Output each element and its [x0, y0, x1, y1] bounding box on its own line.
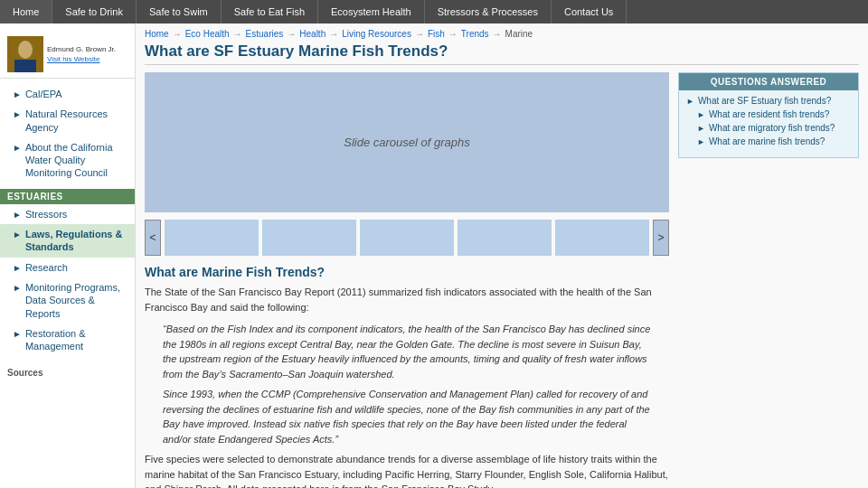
nav-safe-to-drink[interactable]: Safe to Drink [52, 0, 137, 23]
arrow-icon: ► [13, 142, 22, 154]
right-panel: QUESTIONS ANSWERED ► What are SF Estuary… [678, 72, 859, 488]
sidebar-item-research[interactable]: ► Research [0, 258, 135, 277]
breadcrumb: Home → Eco Health → Estuaries → Health →… [145, 29, 859, 39]
qa-item-marine[interactable]: ► What are marine fish trends? [697, 136, 851, 146]
sidebar-item-laws-regulations[interactable]: ► Laws, Regulations & Standards [0, 224, 135, 258]
nav-ecosystem-health[interactable]: Ecosystem Health [318, 0, 425, 23]
governor-photo [7, 36, 43, 72]
qa-item-migratory[interactable]: ► What are migratory fish trends? [697, 123, 851, 133]
qa-item-fish-trends[interactable]: ► What are SF Estuary fish trends? [686, 96, 851, 106]
arrow-icon: ► [13, 229, 22, 240]
thumbnail-3[interactable] [360, 220, 454, 256]
thumbnail-2[interactable] [262, 220, 356, 256]
thumbnail-1[interactable] [165, 220, 259, 256]
qa-sub-label: What are migratory fish trends? [709, 123, 835, 133]
arrow-icon: ► [13, 89, 22, 100]
qa-sub-label: What are resident fish trends? [709, 109, 829, 119]
breadcrumb-estuaries[interactable]: Estuaries [246, 29, 284, 39]
visit-website-link[interactable]: Visit his Website [47, 55, 116, 63]
nav-contact-us[interactable]: Contact Us [552, 0, 627, 23]
svg-rect-2 [14, 60, 36, 72]
nav-home[interactable]: Home [0, 0, 52, 23]
sidebar-logo: Edmund G. Brown Jr. Visit his Website [0, 31, 135, 79]
sep: → [329, 29, 338, 39]
arrow-icon: ► [13, 262, 22, 274]
arrow-icon: ► [13, 108, 22, 120]
section-title: What are Marine Fish Trends? [145, 265, 669, 279]
nav-safe-to-swim[interactable]: Safe to Swim [137, 0, 222, 23]
breadcrumb-trends[interactable]: Trends [461, 29, 489, 39]
breadcrumb-health[interactable]: Health [299, 29, 326, 39]
breadcrumb-fish[interactable]: Fish [428, 29, 445, 39]
slide-carousel[interactable]: Slide carousel of graphs [145, 72, 669, 212]
breadcrumb-home[interactable]: Home [145, 29, 169, 39]
sidebar-item-calepa[interactable]: ► Cal/EPA [0, 84, 135, 104]
arrow-icon: ► [697, 137, 705, 146]
carousel-prev-button[interactable]: < [145, 220, 161, 256]
arrow-icon: ► [13, 282, 22, 294]
sidebar: Edmund G. Brown Jr. Visit his Website ► … [0, 23, 136, 488]
carousel-next-button[interactable]: > [653, 220, 669, 256]
sidebar-item-stressors[interactable]: ► Stressors [0, 204, 135, 224]
breadcrumb-living-resources[interactable]: Living Resources [342, 29, 411, 39]
sources-label: Sources [7, 368, 127, 378]
arrow-icon: ► [686, 97, 694, 106]
arrow-icon: ► [697, 124, 705, 133]
breadcrumb-marine: Marine [505, 29, 533, 39]
qa-box: QUESTIONS ANSWERED ► What are SF Estuary… [678, 72, 859, 158]
arrow-icon: ► [697, 110, 705, 119]
sidebar-item-natural-resources[interactable]: ► Natural Resources Agency [0, 104, 135, 137]
footer-text: Five species were selected to demonstrat… [145, 452, 669, 488]
sidebar-item-monitoring[interactable]: ► Monitoring Programs, Data Sources & Re… [0, 277, 135, 324]
arrow-icon: ► [13, 328, 22, 340]
sep: → [493, 29, 502, 39]
breadcrumb-eco-health[interactable]: Eco Health [185, 29, 230, 39]
nav-stressors[interactable]: Stressors & Processes [425, 0, 552, 23]
qa-sub-label: What are marine fish trends? [709, 136, 825, 146]
carousel-label: Slide carousel of graphs [344, 136, 469, 149]
qa-item-resident[interactable]: ► What are resident fish trends? [697, 109, 851, 119]
top-navigation: Home Safe to Drink Safe to Swim Safe to … [0, 0, 868, 23]
sep: → [287, 29, 296, 39]
quote-block-1: “Based on the Fish Index and its compone… [163, 322, 651, 381]
sidebar-item-council[interactable]: ► About the California Water Quality Mon… [0, 137, 135, 183]
sep: → [448, 29, 458, 39]
sep: → [415, 29, 424, 39]
governor-name: Edmund G. Brown Jr. [47, 45, 116, 54]
qa-box-title: QUESTIONS ANSWERED [679, 73, 858, 90]
arrow-icon: ► [13, 209, 22, 221]
sep: → [233, 29, 242, 39]
intro-text: The State of the San Francisco Bay Repor… [145, 285, 669, 314]
quote-block-2: Since 1993, when the CCMP (Comprehensive… [163, 387, 651, 446]
thumbnail-strip: < > [145, 220, 669, 256]
page-title: What are SF Estuary Marine Fish Trends? [145, 42, 859, 65]
sidebar-item-restoration[interactable]: ► Restoration & Management [0, 324, 135, 357]
nav-safe-to-eat-fish[interactable]: Safe to Eat Fish [222, 0, 318, 23]
sep: → [173, 29, 182, 39]
thumbnail-5[interactable] [555, 220, 649, 256]
sidebar-section-estuaries: ESTUARIES [0, 189, 135, 204]
thumbnail-4[interactable] [458, 220, 552, 256]
svg-point-1 [18, 41, 33, 59]
qa-label: What are SF Estuary fish trends? [698, 96, 831, 106]
main-content: Home → Eco Health → Estuaries → Health →… [136, 23, 868, 488]
